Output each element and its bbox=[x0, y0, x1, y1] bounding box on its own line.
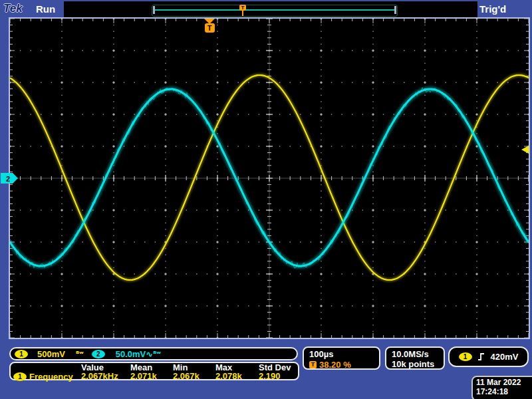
grid-dot bbox=[165, 158, 166, 160]
grid-dot bbox=[507, 50, 509, 51]
grid-dot bbox=[186, 146, 187, 147]
grid-dot bbox=[144, 82, 146, 83]
grid-dot bbox=[445, 50, 446, 51]
grid-dot bbox=[20, 114, 21, 115]
grid-dot bbox=[372, 114, 374, 116]
grid-dot bbox=[321, 293, 322, 294]
grid-dot bbox=[82, 146, 83, 147]
grid-dot bbox=[321, 158, 322, 160]
grid-dot bbox=[487, 305, 488, 307]
grid-dot bbox=[61, 299, 63, 301]
grid-dot bbox=[476, 261, 477, 262]
grid-dot bbox=[372, 172, 374, 173]
grid-dot bbox=[321, 261, 322, 262]
grid-dot bbox=[476, 190, 477, 192]
grid-dot bbox=[61, 261, 63, 262]
grid-dot bbox=[372, 261, 374, 262]
grid-dot bbox=[414, 82, 416, 83]
grid-dot bbox=[321, 76, 322, 77]
grid-dot bbox=[165, 37, 166, 39]
grid-dot bbox=[424, 209, 426, 211]
grid-dot bbox=[165, 101, 166, 102]
grid-dot bbox=[372, 31, 374, 32]
grid-dot bbox=[61, 267, 63, 269]
grid-dot bbox=[51, 50, 53, 51]
grid-dot bbox=[279, 273, 281, 275]
grid-dot bbox=[289, 50, 291, 51]
grid-dot bbox=[227, 82, 229, 83]
grid-dot bbox=[476, 94, 477, 96]
grid-dot bbox=[30, 50, 31, 51]
grid-dot bbox=[217, 280, 218, 281]
grid-dot bbox=[51, 305, 53, 307]
grid-dot bbox=[393, 209, 394, 211]
grid-dot bbox=[165, 254, 166, 255]
grid-dot bbox=[217, 82, 219, 84]
grid-dot bbox=[279, 241, 281, 243]
grid-dot bbox=[435, 305, 436, 307]
grid-dot bbox=[362, 273, 364, 275]
grid-dot bbox=[321, 286, 322, 287]
grid-dot bbox=[186, 305, 187, 307]
grid-dot bbox=[321, 318, 322, 319]
grid-dot bbox=[393, 82, 394, 83]
grid-dot bbox=[113, 126, 114, 128]
grid-dot bbox=[372, 44, 374, 45]
grid-dot bbox=[165, 216, 166, 217]
grid-dot bbox=[72, 82, 73, 83]
grid-dot bbox=[321, 126, 322, 128]
grid-dot bbox=[217, 37, 218, 39]
grid-dot bbox=[165, 108, 166, 109]
grid-dot bbox=[155, 305, 156, 307]
grid-dot bbox=[372, 63, 374, 64]
grid-dot bbox=[124, 241, 125, 243]
grid-dot bbox=[476, 305, 478, 307]
grid-dot bbox=[196, 241, 198, 243]
trigger-position-marker-icon: T bbox=[202, 19, 217, 36]
grid-dot bbox=[155, 50, 156, 51]
grid-dot bbox=[217, 235, 218, 237]
grid-dot bbox=[497, 114, 498, 115]
grid-dot bbox=[259, 273, 260, 275]
grid-dot bbox=[372, 248, 374, 249]
grid-dot bbox=[217, 216, 218, 217]
grid-dot bbox=[341, 305, 342, 307]
grid-dot bbox=[424, 222, 426, 223]
grid-dot bbox=[321, 152, 322, 154]
ch1-scale: 500mV bbox=[37, 349, 65, 359]
trigger-level: 420mV bbox=[491, 352, 519, 362]
grid-dot bbox=[113, 50, 115, 52]
grid-dot bbox=[476, 88, 477, 90]
grid-dot bbox=[165, 325, 166, 326]
grid-dot bbox=[113, 222, 114, 223]
grid-dot bbox=[445, 305, 446, 307]
grid-dot bbox=[331, 273, 332, 275]
grid-dot bbox=[331, 114, 332, 115]
grid-dot bbox=[424, 25, 426, 26]
grid-dot bbox=[227, 305, 229, 307]
grid-dot bbox=[259, 241, 260, 243]
grid-dot bbox=[165, 184, 166, 186]
grid-dot bbox=[476, 248, 477, 249]
grid-dot bbox=[383, 114, 384, 115]
grid-dot bbox=[445, 82, 446, 83]
grid-dot bbox=[237, 146, 239, 147]
grid-dot bbox=[217, 261, 218, 262]
grid-dot bbox=[456, 50, 457, 51]
grid-dot bbox=[165, 312, 166, 313]
grid-dot bbox=[113, 267, 114, 269]
grid-dot bbox=[372, 120, 374, 122]
grid-dot bbox=[165, 114, 167, 116]
grid-dot bbox=[113, 57, 114, 58]
grid-dot bbox=[176, 273, 177, 275]
measurement-min: 2.067k bbox=[173, 372, 215, 381]
grid-dot bbox=[466, 50, 467, 51]
grid-dot bbox=[186, 209, 187, 211]
grid-dot bbox=[248, 82, 249, 83]
grid-dot bbox=[92, 273, 94, 275]
grid-dot bbox=[124, 273, 125, 275]
grid-dot bbox=[113, 216, 114, 217]
channel-readout-box: 1 500mV ᴮʷ 2 50.0mV ∿ ᴮʷ bbox=[9, 347, 298, 360]
grid-dot bbox=[61, 331, 63, 332]
grid-dot bbox=[372, 197, 374, 198]
